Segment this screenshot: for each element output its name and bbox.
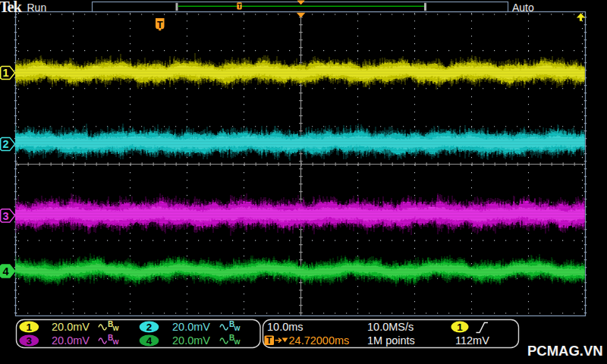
svg-text:W: W	[113, 325, 120, 332]
svg-text:24.72000ms: 24.72000ms	[289, 334, 350, 347]
svg-text:1: 1	[27, 322, 33, 333]
svg-text:1M points: 1M points	[367, 334, 415, 347]
svg-text:2: 2	[3, 138, 9, 150]
svg-text:1: 1	[457, 322, 463, 333]
svg-text:4: 4	[3, 265, 9, 278]
svg-text:10.0MS/s: 10.0MS/s	[367, 321, 414, 333]
svg-text:W: W	[113, 338, 120, 346]
svg-text:20.0mV: 20.0mV	[52, 334, 90, 347]
svg-text:Run: Run	[27, 2, 47, 14]
svg-text:PCMAG.VN: PCMAG.VN	[527, 343, 603, 359]
svg-text:10.0ms: 10.0ms	[267, 321, 304, 333]
svg-text:112mV: 112mV	[455, 334, 489, 347]
svg-text:20.0mV: 20.0mV	[172, 321, 210, 333]
svg-text:Auto: Auto	[512, 2, 534, 14]
svg-text:20.0mV: 20.0mV	[52, 321, 90, 333]
svg-text:20.0mV: 20.0mV	[172, 334, 210, 347]
svg-text:2: 2	[146, 322, 153, 333]
svg-text:W: W	[234, 325, 241, 332]
svg-text:3: 3	[3, 210, 9, 222]
svg-text:1: 1	[3, 67, 9, 79]
svg-text:T: T	[237, 2, 242, 10]
svg-text:T: T	[157, 20, 163, 30]
svg-text:4: 4	[146, 335, 153, 347]
svg-text:Tek: Tek	[0, 0, 22, 15]
svg-text:3: 3	[27, 335, 33, 347]
svg-text:T: T	[266, 335, 272, 346]
svg-text:W: W	[234, 338, 241, 346]
